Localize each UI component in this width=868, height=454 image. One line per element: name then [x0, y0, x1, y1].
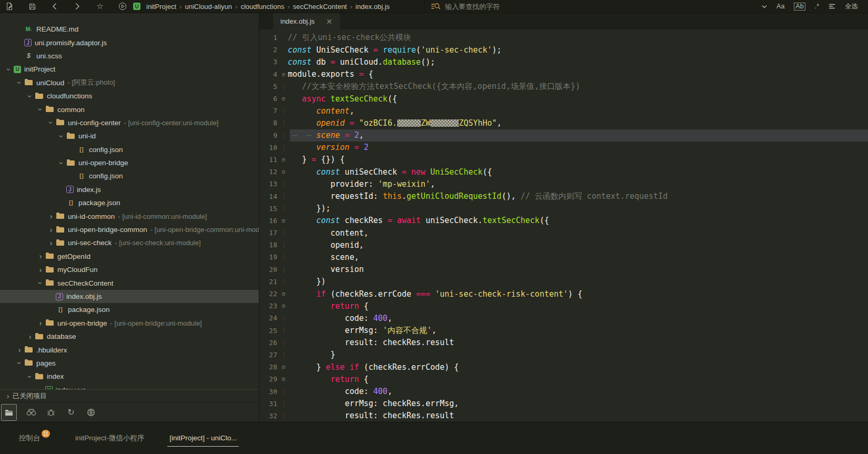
- code-line-4[interactable]: 4⊟module.exports = {: [259, 68, 868, 80]
- tree-item-database[interactable]: ›database: [0, 330, 259, 343]
- tree-item-.hbuilderx[interactable]: ›.hbuilderx: [0, 343, 259, 356]
- code-line-3[interactable]: 3const db = uniCloud.database();: [259, 56, 868, 68]
- expand-arrow-icon[interactable]: ›: [46, 212, 56, 220]
- code-line-11[interactable]: 11⊟ } = {}) {: [259, 154, 868, 166]
- tree-item-index.obj.js[interactable]: Jindex.obj.js: [0, 290, 259, 303]
- code-line-20[interactable]: 20│ version: [259, 264, 868, 276]
- collapse-arrow-icon[interactable]: ›: [36, 278, 45, 288]
- tree-item-uni-open-bridge[interactable]: ›uni-open-bridge: [0, 156, 259, 169]
- collapse-arrow-icon[interactable]: ›: [15, 78, 24, 87]
- tree-item-package.json[interactable]: [ ]package.json: [0, 196, 259, 209]
- tree-item-package.json[interactable]: [ ]package.json: [0, 303, 259, 316]
- console-tab-initProject-微信小程序[interactable]: initProject-微信小程序: [73, 429, 146, 447]
- code-line-6[interactable]: 6⊟ async textSecCheck({: [259, 93, 868, 105]
- network-cloud-icon[interactable]: [85, 407, 97, 418]
- sync-refresh-icon[interactable]: ↻: [65, 407, 77, 418]
- fold-marker-icon[interactable]: ⊟: [279, 96, 288, 102]
- collapse-arrow-icon[interactable]: ›: [57, 158, 66, 168]
- fold-marker-icon[interactable]: ⊟: [279, 303, 288, 309]
- code-line-12[interactable]: 12⊟ const uniSecCheck = new UniSecCheck(…: [259, 166, 868, 178]
- fold-marker-icon[interactable]: ⊟: [279, 364, 288, 370]
- tree-item-index.vue[interactable]: Vindex.vue: [0, 384, 259, 389]
- code-line-22[interactable]: 22⊟ if (checkRes.errCode === 'uni-sec-ch…: [259, 288, 868, 300]
- code-line-17[interactable]: 17│ content,: [259, 227, 868, 239]
- code-line-19[interactable]: 19│ scene,: [259, 251, 868, 263]
- save-icon[interactable]: [27, 1, 37, 12]
- search-in-files-icon[interactable]: [430, 1, 441, 12]
- tree-item-index[interactable]: ›index: [0, 370, 259, 383]
- expand-arrow-icon[interactable]: ›: [15, 346, 24, 354]
- whole-word-button[interactable]: Ab: [794, 3, 805, 11]
- select-all-button[interactable]: 全选: [845, 2, 858, 11]
- breadcrumb-item[interactable]: initProject: [146, 3, 176, 11]
- tree-item-uni-open-bridge[interactable]: ›uni-open-bridge- [uni-open-bridge:uni-m…: [0, 317, 259, 330]
- expand-arrow-icon[interactable]: ›: [46, 239, 56, 247]
- breadcrumb-item[interactable]: uniCloud-aliyun: [185, 3, 232, 11]
- console-tab-控制台[interactable]: 控制台11: [17, 429, 52, 447]
- tree-item-uni.scss[interactable]: $uni.scss: [0, 49, 259, 63]
- fold-marker-icon[interactable]: ⊟: [279, 291, 288, 297]
- closed-projects-section[interactable]: › 已关闭项目: [0, 389, 259, 402]
- breadcrumb-item[interactable]: index.obj.js: [356, 3, 390, 11]
- editor-tab-index-obj-js[interactable]: index.obj.js ✕: [273, 13, 340, 29]
- tree-item-index.js[interactable]: Jindex.js: [0, 183, 259, 196]
- expand-arrow-icon[interactable]: ›: [36, 319, 45, 327]
- collapse-arrow-icon[interactable]: ›: [57, 132, 66, 141]
- tree-item-myCloudFun[interactable]: ›myCloudFun: [0, 263, 259, 276]
- tree-item-getOpenId[interactable]: ›getOpenId: [0, 250, 259, 263]
- collapse-arrow-icon[interactable]: ›: [15, 358, 24, 368]
- code-line-5[interactable]: 5│ //文本安全校验方法textSecCheck({文本内容,openid,场…: [259, 80, 868, 93]
- tree-item-secCheckContent[interactable]: ›secCheckContent: [0, 276, 259, 289]
- code-line-18[interactable]: 18│ openid,: [259, 239, 868, 251]
- breadcrumb-item[interactable]: cloudfunctions: [240, 3, 284, 11]
- tree-item-README.md[interactable]: M↓README.md: [0, 23, 259, 36]
- code-line-23[interactable]: 23⊟ return {: [259, 300, 868, 312]
- code-line-27[interactable]: 27│ }: [259, 349, 868, 361]
- code-line-2[interactable]: 2const UniSecCheck = require('uni-sec-ch…: [259, 44, 868, 56]
- expand-arrow-icon[interactable]: ›: [25, 332, 35, 341]
- tree-item-config.json[interactable]: [ ]config.json: [0, 169, 259, 183]
- fold-marker-icon[interactable]: ⊟: [279, 169, 288, 175]
- collapse-arrow-icon[interactable]: ›: [47, 118, 55, 127]
- code-line-1[interactable]: 1// 引入uni-sec-check公共模块: [259, 32, 868, 44]
- tree-item-uni-sec-check[interactable]: ›uni-sec-check- [uni-sec-check:uni-modul…: [0, 236, 259, 249]
- tree-item-uniCloud[interactable]: ›uniCloud- [阿里云:photo]: [0, 76, 259, 89]
- code-line-24[interactable]: 24│ code: 400,: [259, 312, 868, 324]
- code-line-28[interactable]: 28⊟ } else if (checkRes.errCode) {: [259, 361, 868, 373]
- debug-icon[interactable]: [45, 407, 57, 418]
- code-line-15[interactable]: 15│ });: [259, 203, 868, 215]
- code-line-13[interactable]: 13│ provider: 'mp-weixin',: [259, 178, 868, 190]
- fold-marker-icon[interactable]: ⊟: [279, 72, 288, 77]
- expand-arrow-icon[interactable]: ›: [36, 266, 45, 274]
- back-icon[interactable]: [49, 1, 60, 12]
- breadcrumb-item[interactable]: secCheckContent: [293, 3, 347, 11]
- code-line-8[interactable]: 8│ openid = "ozBCI6. ZW ZQSYhHo",: [259, 117, 868, 129]
- collapse-arrow-icon[interactable]: ›: [26, 92, 34, 101]
- tree-item-common[interactable]: ›common: [0, 103, 259, 116]
- console-tab-[initProject] - uniClo...[interactable]: [initProject] - uniClo...: [167, 430, 239, 447]
- match-case-button[interactable]: Aa: [776, 3, 784, 10]
- code-line-21[interactable]: 21│ }): [259, 276, 868, 288]
- code-line-31[interactable]: 31│ errMsg: checkRes.errMsg,: [259, 398, 868, 410]
- tree-item-initProject[interactable]: ›UinitProject: [0, 63, 259, 76]
- tree-item-uni-id[interactable]: ›uni-id: [0, 129, 259, 143]
- code-line-16[interactable]: 16⊟ const checkRes = await uniSecCheck.t…: [259, 215, 868, 227]
- expand-arrow-icon[interactable]: ›: [46, 226, 56, 234]
- code-line-29[interactable]: 29⊟ return {: [259, 373, 868, 385]
- code-line-10[interactable]: 10│ version = 2: [259, 142, 868, 154]
- chevron-down-icon[interactable]: [762, 5, 767, 8]
- code-line-7[interactable]: 7│ content,: [259, 105, 868, 117]
- code-line-26[interactable]: 26│ result: checkRes.result: [259, 337, 868, 349]
- collapse-arrow-icon[interactable]: ›: [36, 105, 45, 114]
- tree-item-uni.promisify.adaptor.js[interactable]: Juni.promisify.adaptor.js: [0, 36, 259, 49]
- fold-marker-icon[interactable]: ⊟: [279, 376, 288, 382]
- run-icon[interactable]: [117, 1, 128, 12]
- project-explorer-icon[interactable]: [1, 404, 17, 421]
- forward-icon[interactable]: [72, 1, 83, 12]
- tree-item-uni-open-bridge-common[interactable]: ›uni-open-bridge-common- [uni-open-bridg…: [0, 223, 259, 236]
- expand-arrow-icon[interactable]: ›: [3, 392, 13, 400]
- search-view-icon[interactable]: [25, 407, 37, 418]
- code-line-32[interactable]: 32│ result: checkRes.result: [259, 410, 868, 422]
- collapse-arrow-icon[interactable]: ›: [5, 65, 13, 74]
- code-line-30[interactable]: 30│ code: 400,: [259, 385, 868, 397]
